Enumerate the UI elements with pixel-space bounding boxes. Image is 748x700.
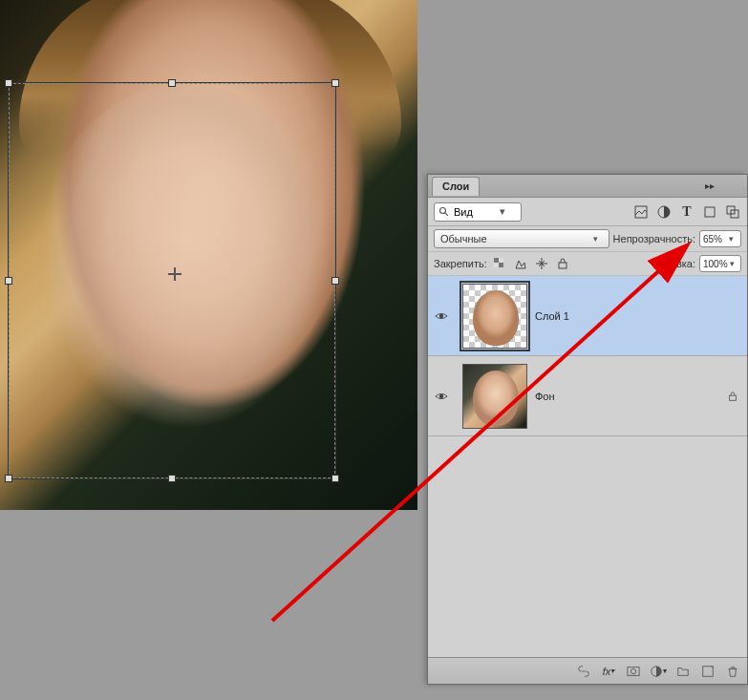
layer-filter-label: Вид (454, 206, 483, 218)
new-adjustment-icon[interactable]: ▾ (650, 663, 667, 680)
lock-position-icon[interactable] (533, 255, 550, 272)
transform-handle-bl[interactable] (5, 475, 12, 482)
filter-type-icon[interactable]: T (678, 203, 695, 221)
layer-thumbnail[interactable] (462, 364, 527, 429)
filter-smart-icon[interactable] (724, 203, 741, 221)
tab-layers[interactable]: Слои (432, 177, 480, 196)
layer-name[interactable]: Слой 1 (535, 310, 718, 322)
add-mask-icon[interactable] (625, 663, 642, 680)
search-icon (438, 206, 450, 218)
lock-icon (727, 391, 738, 402)
svg-rect-10 (494, 263, 499, 267)
svg-point-12 (439, 313, 443, 317)
transform-handle-ml[interactable] (5, 277, 12, 285)
transform-handle-tm[interactable] (168, 79, 176, 87)
panel-tabbar: Слои ▸▸ (428, 175, 747, 198)
layer-filter-kind[interactable]: Вид ▾ (434, 202, 522, 222)
free-transform-bounds[interactable] (8, 82, 336, 479)
link-layers-icon[interactable] (575, 663, 592, 680)
document-image[interactable] (0, 0, 417, 510)
layer-lock-indicator[interactable] (718, 391, 747, 402)
layer-filter-row: Вид ▾ T (428, 198, 747, 226)
eye-icon (435, 390, 448, 403)
blend-mode-value: Обычные (440, 233, 487, 244)
svg-rect-9 (499, 258, 503, 263)
layer-thumbnail[interactable] (462, 284, 527, 349)
chevron-down-icon: ▾ (589, 234, 603, 244)
transform-center-icon[interactable] (168, 267, 182, 281)
new-layer-icon[interactable] (699, 663, 716, 680)
visibility-toggle[interactable] (428, 390, 455, 403)
svg-rect-4 (705, 207, 715, 217)
svg-rect-11 (559, 263, 566, 268)
blend-opacity-row: Обычные ▾ Непрозрачность: 65% ▾ (428, 226, 747, 252)
new-folder-icon[interactable] (674, 663, 692, 680)
svg-line-1 (445, 212, 448, 215)
fill-input[interactable]: 100% ▾ (699, 255, 741, 272)
eye-icon (435, 309, 448, 323)
visibility-toggle[interactable] (428, 309, 455, 323)
transform-handle-bm[interactable] (168, 475, 176, 482)
layer-row[interactable]: Слой 1 (428, 276, 747, 356)
layer-fx-icon[interactable]: fx▾ (600, 663, 617, 680)
svg-point-0 (440, 207, 446, 213)
panel-menu-icon[interactable] (724, 178, 741, 195)
lock-transparent-icon[interactable] (491, 255, 508, 272)
lock-image-icon[interactable] (512, 255, 529, 272)
svg-rect-14 (730, 395, 737, 400)
filter-shape-icon[interactable] (701, 203, 718, 221)
svg-rect-2 (635, 206, 647, 218)
chevron-down-icon: ▾ (728, 259, 737, 268)
svg-rect-8 (499, 263, 503, 267)
blend-mode-select[interactable]: Обычные ▾ (434, 229, 609, 248)
svg-rect-18 (703, 666, 714, 676)
transform-handle-mr[interactable] (331, 277, 339, 285)
opacity-label[interactable]: Непрозрачность: (613, 233, 695, 244)
fill-value: 100% (703, 259, 728, 269)
canvas-viewport[interactable] (0, 0, 417, 700)
layer-row[interactable]: Фон (428, 356, 747, 436)
lock-fill-row: Закрепить: Заливка: 100% ▾ (428, 252, 747, 276)
opacity-value: 65% (703, 234, 722, 244)
transform-handle-tl[interactable] (5, 79, 12, 87)
chevron-down-icon: ▾ (724, 234, 737, 244)
layers-panel: Слои ▸▸ Вид ▾ T Обычные ▾ Непрозрачность… (427, 174, 748, 685)
layer-name[interactable]: Фон (535, 391, 718, 402)
collapse-panel-icon[interactable]: ▸▸ (701, 178, 718, 195)
fill-label[interactable]: Заливка: (652, 258, 695, 269)
filter-adjust-icon[interactable] (655, 203, 673, 221)
svg-point-13 (439, 393, 443, 397)
opacity-input[interactable]: 65% ▾ (699, 230, 741, 247)
filter-pixel-icon[interactable] (632, 203, 650, 221)
transform-handle-br[interactable] (331, 475, 339, 482)
chevron-down-icon: ▾ (487, 205, 517, 218)
transform-handle-tr[interactable] (331, 79, 339, 87)
layers-list[interactable]: Слой 1 Фон (428, 276, 747, 657)
lock-label: Закрепить: (434, 258, 487, 269)
svg-rect-7 (494, 258, 499, 263)
layers-panel-footer: fx▾ ▾ (428, 657, 747, 684)
delete-layer-icon[interactable] (724, 663, 741, 680)
lock-all-icon[interactable] (554, 255, 571, 272)
svg-point-16 (630, 668, 635, 673)
